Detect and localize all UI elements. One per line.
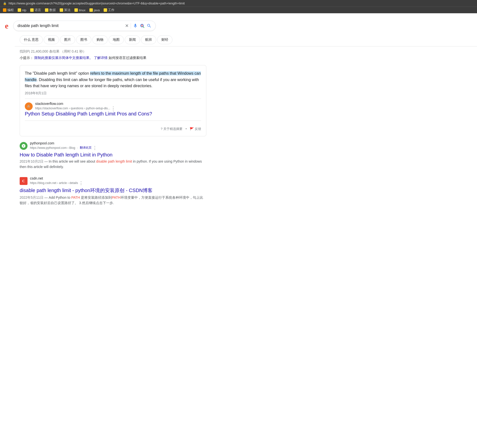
snippet-source-favicon	[25, 102, 33, 110]
snippet-source-info: stackoverflow.com https://stackoverflow.…	[35, 102, 201, 111]
bookmark-icon-gongzuo	[104, 8, 107, 12]
pythonpool-icon	[21, 144, 26, 148]
search-icon	[147, 23, 152, 28]
snippet-source: stackoverflow.com https://stackoverflow.…	[25, 98, 201, 111]
google-logo[interactable]: e	[5, 21, 8, 30]
result-2-title[interactable]: How to Disable Path length Limit in Pyth…	[20, 152, 206, 158]
bookmark-icon-biancheng	[3, 8, 6, 12]
filter-tabs: 什么 意思 视频 图片 图书 购物 地图 新闻 航班 财经	[15, 33, 477, 46]
bookmark-shuju[interactable]: 数据	[45, 8, 56, 12]
search-submit-button[interactable]	[147, 23, 152, 28]
bookmark-icon-suanfa	[60, 8, 63, 12]
snippet-footer: ? 关于精选摘要 • 🚩 反馈	[25, 125, 201, 131]
search-result-3: C csdn.net https://blog.csdn.net › artic…	[20, 176, 206, 206]
feedback-icon: 🚩	[190, 127, 194, 131]
result-3-site-info: csdn.net https://blog.csdn.net › article…	[30, 176, 206, 186]
svg-rect-6	[28, 105, 29, 106]
result-2-favicon	[20, 142, 28, 150]
snippet-source-url: https://stackoverflow.com › questions › …	[35, 106, 201, 111]
result-2-site-info: pythonpool.com https://www.pythonpool.co…	[30, 141, 206, 151]
svg-rect-3	[27, 107, 30, 107]
google-lens-button[interactable]	[140, 23, 145, 28]
bookmark-biancheng[interactable]: 编程	[3, 8, 14, 12]
snippet-separator	[25, 121, 201, 121]
result-3-title[interactable]: disable path length limit - python环境的安装原…	[20, 187, 206, 194]
bookmark-linux[interactable]: linux	[74, 8, 85, 12]
snippet-text-before: The "Disable path length limit" option	[25, 71, 90, 75]
result-2-translate-link[interactable]: 翻译此页	[80, 146, 92, 150]
bookmark-java[interactable]: java	[89, 8, 100, 12]
snippet-text-after: . Disabling this limit can allow for lon…	[25, 78, 199, 88]
bookmark-icon-nlp	[18, 8, 21, 12]
voice-search-button[interactable]	[133, 23, 138, 28]
tab-shipin[interactable]: 视频	[44, 35, 59, 44]
search-input[interactable]	[17, 24, 123, 28]
featured-snippet: The "Disable path length limit" option r…	[20, 65, 206, 136]
search-box: ✕	[13, 21, 156, 31]
bookmark-suanfa[interactable]: 算法	[60, 8, 70, 12]
svg-rect-4	[27, 107, 30, 108]
tab-xinwen[interactable]: 新闻	[125, 35, 140, 44]
hint-text: 小提示： 限制此搜索仅展示简体中文搜索结果。 了解详情 如何按语言过滤搜索结果	[20, 56, 206, 60]
browser-bar: 🔒 https://www.google.com/search?%20{goog…	[0, 0, 477, 7]
hint-link-2[interactable]: 了解详情	[94, 56, 108, 60]
svg-rect-5	[28, 106, 29, 106]
svg-point-1	[141, 25, 143, 27]
snippet-text: The "Disable path length limit" option r…	[25, 70, 201, 89]
search-divider	[131, 23, 131, 29]
svg-line-2	[143, 27, 144, 28]
hint-suffix: 如何按语言过滤搜索结果	[109, 56, 146, 60]
tab-caijing[interactable]: 财经	[157, 35, 172, 44]
result-3-site-name: csdn.net	[30, 176, 206, 180]
result-3-favicon: C	[20, 177, 28, 185]
feedback-button[interactable]: 🚩 反馈	[190, 127, 201, 131]
bookmark-icon-shuju	[45, 8, 48, 12]
hint-link-1[interactable]: 限制此搜索仅展示简体中文搜索结果。	[34, 56, 93, 60]
clear-search-button[interactable]: ✕	[125, 23, 129, 28]
about-featured-snippet[interactable]: ? 关于精选摘要	[161, 127, 182, 131]
results-stats: 找到约 21,400,000 条结果 （用时 0.41 秒）	[20, 49, 206, 54]
snippet-result-title[interactable]: Python Setup Disabling Path Length Limit…	[25, 111, 152, 116]
result-2-menu-button[interactable]: ⋮	[93, 145, 97, 151]
result-2-site-name: pythonpool.com	[30, 141, 206, 145]
url-bar[interactable]: https://www.google.com/search?%20{google…	[9, 1, 474, 5]
result-3-site-url: https://blog.csdn.net › article › detail…	[30, 180, 206, 186]
footer-dot-separator: •	[185, 127, 187, 131]
snippet-source-name: stackoverflow.com	[35, 102, 201, 106]
tab-gouwu[interactable]: 购物	[92, 35, 108, 44]
result-3-menu-button[interactable]: ⋮	[79, 180, 83, 186]
lens-icon	[140, 23, 145, 28]
lock-icon: 🔒	[3, 2, 7, 5]
question-mark-icon: ?	[161, 127, 162, 131]
bookmarks-bar: 编程 nlp 语言 数据 算法 linux java 工作	[0, 7, 477, 13]
result-3-header: C csdn.net https://blog.csdn.net › artic…	[20, 176, 206, 186]
result-2-desc: 2021年10月2日 — In this article we will see…	[20, 159, 206, 169]
tab-tupian[interactable]: 图片	[60, 35, 75, 44]
tab-tushu[interactable]: 图书	[76, 35, 91, 44]
bookmark-icon-linux	[74, 8, 78, 12]
bookmark-icon-java	[89, 8, 93, 12]
results-area: 找到约 21,400,000 条结果 （用时 0.41 秒） 小提示： 限制此搜…	[0, 46, 211, 215]
bookmark-icon-yuyan	[30, 8, 34, 12]
bookmark-gongzuo[interactable]: 工作	[104, 8, 114, 12]
tab-shenme[interactable]: 什么 意思	[20, 35, 43, 44]
bookmark-nlp[interactable]: nlp	[18, 8, 26, 12]
microphone-icon	[133, 23, 138, 28]
bookmark-yuyan[interactable]: 语言	[30, 8, 41, 12]
result-2-dot-separator: ·	[77, 146, 78, 150]
snippet-date: 2018年8月1日	[25, 91, 201, 96]
result-2-header: pythonpool.com https://www.pythonpool.co…	[20, 141, 206, 151]
snippet-source-menu-button[interactable]: ⋮	[111, 106, 115, 111]
google-page: e ✕	[0, 13, 477, 447]
tab-ditu[interactable]: 地图	[109, 35, 124, 44]
result-2-site-url: https://www.pythonpool.com › Blog · 翻译此页…	[30, 145, 206, 151]
tab-hangban[interactable]: 航班	[141, 35, 156, 44]
result-3-desc: 2022年5月11日 — Add Python to PATH 是将安装路径添加…	[20, 195, 206, 206]
stackoverflow-icon	[26, 104, 31, 109]
hint-prefix: 小提示：	[20, 56, 33, 60]
search-result-2: pythonpool.com https://www.pythonpool.co…	[20, 141, 206, 169]
search-header: e ✕	[0, 18, 477, 33]
